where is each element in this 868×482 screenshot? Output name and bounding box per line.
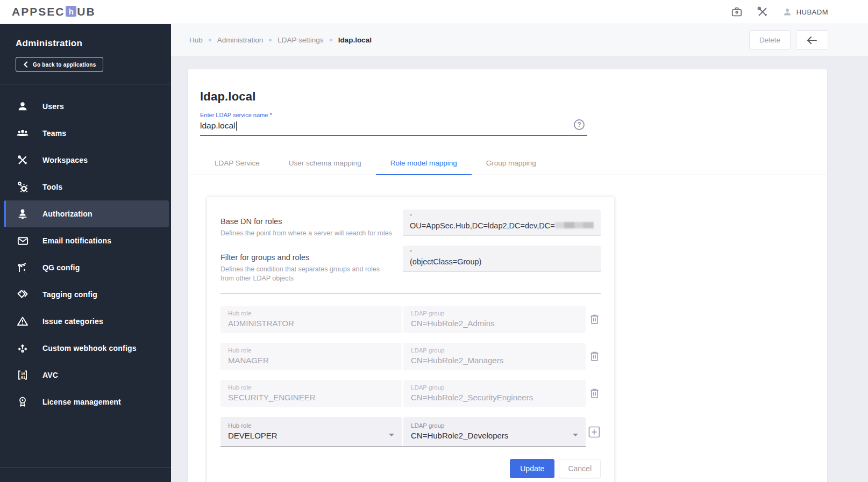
field-row-filter-for-groups-and-roles: Filter for groups and roles Defines the …	[220, 246, 601, 283]
tab-user-schema-mapping[interactable]: User schema mapping	[274, 151, 376, 175]
breadcrumb-current: ldap.local	[338, 36, 372, 44]
breadcrumb-separator-dot	[209, 39, 211, 41]
username: HUBADM	[796, 8, 828, 16]
role-model-mapping-panel: Base DN for roles Defines the point from…	[207, 196, 615, 482]
ldap-group-label: LDAP group	[411, 347, 578, 354]
sidebar-item-label: Tools	[42, 183, 62, 191]
tab-role-model-mapping[interactable]: Role model mapping	[376, 151, 472, 175]
sidebar-item-teams[interactable]: Teams	[0, 120, 171, 147]
hub-role-label: Hub role	[228, 310, 394, 316]
user-menu[interactable]: HUBADM	[782, 7, 828, 17]
sidebar-item-workspaces[interactable]: Workspaces	[0, 147, 171, 174]
cancel-button[interactable]: Cancel	[559, 459, 601, 478]
delete-button[interactable]: Delete	[749, 30, 791, 50]
sidebar-item-license-management[interactable]: License management	[0, 389, 171, 415]
sidebar-item-users[interactable]: Users	[0, 93, 171, 120]
sidebar-item-issue-categories[interactable]: Issue categories	[0, 308, 171, 335]
breadcrumb: HubAdministrationLDAP settingsldap.local	[189, 36, 372, 44]
go-back-to-applications-button[interactable]: Go back to applications	[16, 57, 103, 72]
sidebar-title: Administration	[16, 38, 156, 49]
sidebar-item-qg-config[interactable]: QG config	[0, 254, 171, 281]
sidebar-item-tagging-config[interactable]: Tagging config	[0, 281, 171, 308]
sidebar-item-label: License management	[42, 398, 121, 406]
base-dn-for-roles-input[interactable]: * OU=AppSec.Hub,DC=ldap2,DC=dev,DC=	[403, 210, 601, 235]
ldap-group-field: LDAP group CN=HubRole2_SecurityEngineers	[403, 380, 586, 407]
sidebar-item-email-notifications[interactable]: Email notifications	[0, 227, 171, 254]
envelope-icon	[16, 234, 29, 247]
ldap-settings-card: ldap.local Enter LDAP service name * lda…	[188, 69, 827, 482]
add-mapping-button[interactable]	[588, 425, 601, 439]
crossed-tools-icon	[16, 154, 29, 167]
delete-mapping-button[interactable]	[588, 312, 601, 326]
app-logo: APPSEC h UB	[12, 5, 96, 18]
hub-role-value: DEVELOPER	[228, 431, 278, 440]
field-value: OU=AppSec.Hub,DC=ldap2,DC=dev,DC=	[410, 221, 594, 230]
help-icon[interactable]: ?	[573, 119, 585, 131]
sidebar-item-authorization[interactable]: Authorization	[4, 200, 169, 227]
ldap-group-field: LDAP group CN=HubRole2_Admins	[403, 306, 586, 333]
ldap-group-value: CN=HubRole2_Developers	[411, 431, 508, 440]
ldap-group-field: LDAP group CN=HubRole2_Managers	[403, 343, 586, 370]
sidebar-bottom-divider	[0, 467, 171, 482]
mapping-row-developer: Hub role DEVELOPER LDAP group CN=HubRole…	[220, 417, 601, 447]
update-button[interactable]: Update	[510, 459, 554, 478]
warning-triangle-icon	[16, 315, 29, 328]
briefcase-icon[interactable]	[731, 6, 743, 18]
hub-role-label: Hub role	[228, 384, 394, 391]
ldap-group-value: CN=HubRole2_SecurityEngineers	[411, 393, 533, 402]
ldap-group-value: CN=HubRole2_Managers	[411, 356, 503, 365]
logo-text-pre: APPSEC	[12, 5, 65, 18]
sidebar-item-tools[interactable]: Tools	[0, 174, 171, 200]
form-divider	[220, 293, 601, 294]
breadcrumb-separator-dot	[269, 39, 272, 41]
breadcrumb-item-hub[interactable]: Hub	[189, 36, 203, 44]
ldap-group-label: LDAP group	[411, 384, 578, 391]
svg-text:01: 01	[21, 376, 25, 380]
mapping-row-security-engineer: Hub role SECURITY_ENGINEER LDAP group CN…	[220, 380, 601, 407]
chevron-down-icon	[573, 434, 578, 439]
sidebar-item-label: Tagging config	[42, 290, 97, 299]
ldap-group-select[interactable]: LDAP group CN=HubRole2_Developers	[403, 417, 586, 447]
person-desk-icon	[16, 207, 29, 220]
sidebar-item-label: Issue categories	[42, 317, 103, 326]
sidebar-item-label: AVC	[42, 371, 58, 379]
barrier-icon	[16, 261, 29, 274]
breadcrumb-item-ldap-settings[interactable]: LDAP settings	[278, 36, 323, 44]
breadcrumb-bar: HubAdministrationLDAP settingsldap.local…	[171, 24, 868, 56]
ldap-service-name-input[interactable]: Enter LDAP service name * ldap.local ?	[200, 112, 587, 136]
arrow-left-icon	[807, 36, 817, 45]
hub-role-label: Hub role	[228, 422, 394, 429]
ldap-service-name-label: Enter LDAP service name *	[200, 112, 587, 118]
tab-bar: LDAP ServiceUser schema mappingRole mode…	[188, 151, 827, 175]
logo-text-post: UB	[77, 5, 95, 18]
redacted-text	[555, 222, 594, 228]
logo-hub-icon: h	[66, 6, 76, 17]
binary-brackets-icon: 1001	[16, 369, 29, 382]
chevron-left-icon	[23, 61, 28, 68]
ldap-group-label: LDAP group	[411, 310, 578, 316]
field-description: Defines the condition that separates gro…	[220, 265, 393, 283]
required-mark: *	[410, 213, 594, 220]
sidebar-item-custom-webhook-configs[interactable]: Custom webhook configs	[0, 335, 171, 362]
delete-mapping-button[interactable]	[588, 349, 601, 363]
filter-for-groups-and-roles-input[interactable]: * (objectClass=Group)	[403, 246, 601, 271]
hub-role-field: Hub role SECURITY_ENGINEER	[220, 380, 402, 407]
tab-group-mapping[interactable]: Group mapping	[472, 151, 551, 175]
text-caret	[236, 121, 237, 131]
sidebar-item-label: Teams	[42, 129, 66, 138]
people-icon	[16, 127, 29, 140]
field-row-base-dn-for-roles: Base DN for roles Defines the point from…	[220, 210, 601, 238]
tab-ldap-service[interactable]: LDAP Service	[200, 151, 274, 175]
breadcrumb-item-administration[interactable]: Administration	[217, 36, 264, 44]
back-button[interactable]	[796, 30, 828, 50]
field-value: (objectClass=Group)	[410, 257, 594, 266]
field-label: Base DN for roles	[220, 217, 393, 226]
mapping-row-manager: Hub role MANAGER LDAP group CN=HubRole2_…	[220, 343, 601, 370]
app-header: APPSEC h UB HUBADM	[0, 0, 868, 24]
hub-role-select[interactable]: Hub role DEVELOPER	[220, 417, 402, 447]
sidebar-item-label: QG config	[42, 263, 80, 272]
tools-icon[interactable]	[757, 6, 769, 18]
required-mark: *	[410, 249, 594, 256]
sidebar-item-avc[interactable]: 1001AVC	[0, 362, 171, 389]
delete-mapping-button[interactable]	[588, 386, 601, 400]
